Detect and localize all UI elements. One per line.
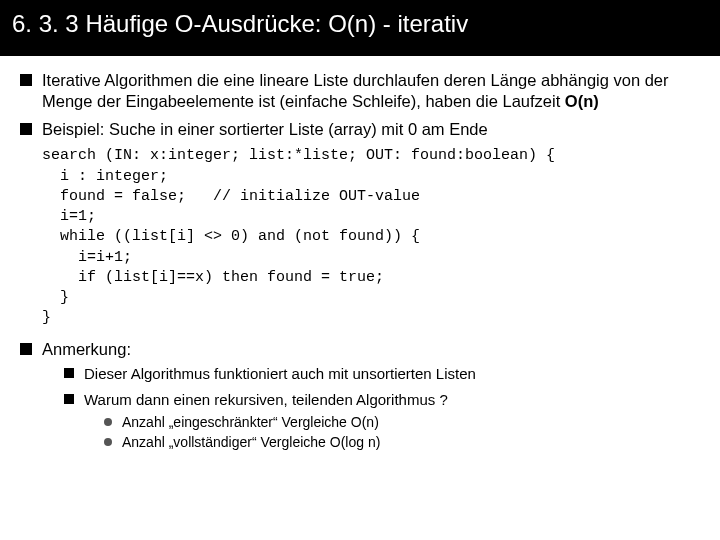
sub-bullet-item: Dieser Algorithmus funktioniert auch mit… [64, 364, 700, 384]
code-block: search (IN: x:integer; list:*liste; OUT:… [42, 146, 700, 328]
slide-header: 6. 3. 3 Häufige O-Ausdrücke: O(n) - iter… [0, 0, 720, 56]
bullet-item: Anmerkung: Dieser Algorithmus funktionie… [20, 339, 700, 453]
bullet-list: Anmerkung: Dieser Algorithmus funktionie… [20, 339, 700, 453]
disc-list: Anzahl „eingeschränkter“ Vergleiche O(n)… [104, 413, 700, 452]
bullet-bold: O(n) [565, 92, 599, 110]
sub-bullet-item: Warum dann einen rekursiven, teilenden A… [64, 390, 700, 453]
disc-text: Anzahl „eingeschränkter“ Vergleiche O(n) [122, 414, 379, 430]
disc-item: Anzahl „eingeschränkter“ Vergleiche O(n) [104, 413, 700, 433]
sub-bullet-list: Dieser Algorithmus funktioniert auch mit… [64, 364, 700, 452]
bullet-item: Beispiel: Suche in einer sortierter List… [20, 119, 700, 140]
sub-bullet-text: Dieser Algorithmus funktioniert auch mit… [84, 365, 476, 382]
sub-bullet-text: Warum dann einen rekursiven, teilenden A… [84, 391, 448, 408]
bullet-text: Beispiel: Suche in einer sortierter List… [42, 120, 488, 138]
slide-body: Iterative Algorithmen die eine lineare L… [0, 56, 720, 452]
bullet-text: Anmerkung: [42, 340, 131, 358]
bullet-list: Iterative Algorithmen die eine lineare L… [20, 70, 700, 140]
disc-text: Anzahl „vollständiger“ Vergleiche O(log … [122, 434, 380, 450]
bullet-item: Iterative Algorithmen die eine lineare L… [20, 70, 700, 113]
disc-item: Anzahl „vollständiger“ Vergleiche O(log … [104, 433, 700, 453]
slide-title: 6. 3. 3 Häufige O-Ausdrücke: O(n) - iter… [12, 10, 468, 37]
